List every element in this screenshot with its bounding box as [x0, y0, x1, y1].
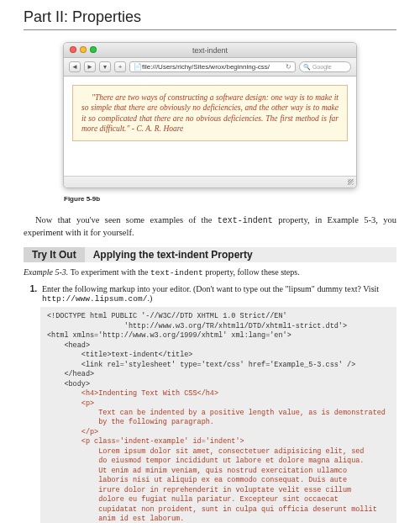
minimize-icon: [80, 46, 87, 53]
intro-paragraph: Now that you've seen some examples of th…: [24, 214, 396, 239]
url-field: 📄 file:///Users/richy/Sites/wrox/beginni…: [129, 61, 296, 72]
reload-icon: ↻: [286, 63, 291, 71]
window-title: text-indent: [64, 43, 356, 58]
titlebar: text-indent: [64, 43, 356, 58]
back-button: ◄: [69, 61, 81, 72]
browser-viewport: "There are two ways of constructing a so…: [64, 77, 356, 176]
intro-text-a: Now that you've seen some examples of th…: [35, 215, 218, 225]
search-field: 🔍 Google: [299, 61, 351, 72]
example-post: property, follow these steps.: [203, 267, 300, 277]
safari-window: text-indent ◄ ► ▾ + 📄 file:///Users/rich…: [63, 42, 357, 188]
example-mid: To experiment with the: [68, 267, 150, 277]
try-it-out-heading: Try It Out Applying the text-indent Prop…: [24, 247, 396, 262]
code-inline: text-indent: [150, 268, 203, 277]
forward-button: ►: [84, 61, 96, 72]
bookmark-icon: ▾: [99, 61, 111, 72]
figure-label: Figure 5-9b: [64, 195, 396, 203]
close-icon: [70, 46, 76, 53]
toolbar: ◄ ► ▾ + 📄 file:///Users/richy/Sites/wrox…: [64, 58, 356, 77]
example-number: Example 5-3.: [24, 267, 68, 277]
example-intro: Example 5-3. To experiment with the text…: [24, 267, 396, 277]
search-placeholder: Google: [312, 64, 332, 70]
step-text-b: .): [147, 293, 152, 303]
add-icon: +: [114, 61, 126, 72]
quote-paragraph: "There are two ways of constructing a so…: [72, 85, 348, 141]
try-it-out-label: Try It Out: [24, 247, 85, 262]
step-text-a: Enter the following markup into your edi…: [42, 284, 379, 293]
try-it-out-title: Applying the text-indent Property: [85, 247, 396, 262]
step-number: 1.: [24, 284, 37, 304]
browser-screenshot: text-indent ◄ ► ▾ + 📄 file:///Users/rich…: [63, 42, 357, 188]
statusbar: [64, 176, 356, 188]
zoom-icon: [90, 46, 97, 53]
search-icon: 🔍: [303, 64, 311, 71]
step-1: 1. Enter the following markup into your …: [24, 284, 396, 304]
code-listing: <!DOCTYPE html PUBLIC '-//W3C//DTD XHTML…: [40, 307, 396, 523]
url-text: file:///Users/richy/Sites/wrox/beginning…: [142, 63, 270, 71]
lipsum-url: http://www.lipsum.com/: [42, 294, 147, 304]
page-icon: 📄: [134, 63, 142, 71]
part-title: Part II: Properties: [24, 8, 396, 30]
code-inline: text-indent: [218, 216, 273, 225]
traffic-lights: [70, 46, 97, 53]
step-text: Enter the following markup into your edi…: [42, 284, 396, 304]
